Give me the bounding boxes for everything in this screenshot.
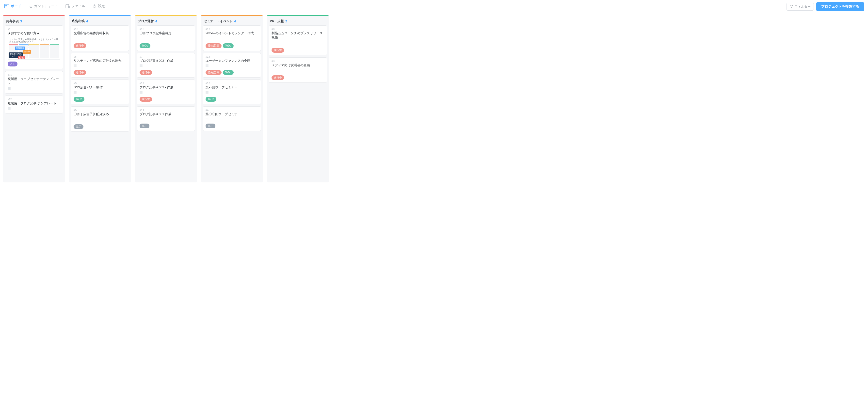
card-title: 複製用｜ウェブセミナーテンプレート bbox=[8, 77, 60, 86]
tab-label: ボード bbox=[11, 4, 21, 8]
svg-rect-6 bbox=[29, 6, 32, 6]
column-header: 共有事項 3 bbox=[5, 18, 63, 25]
task-card[interactable]: #8 製品△△ローンチのプレスリリース執筆 進行中 bbox=[269, 25, 327, 55]
checklist-icon bbox=[140, 64, 143, 67]
filter-icon bbox=[790, 5, 793, 9]
column-count: 2 bbox=[285, 20, 287, 23]
task-card[interactable]: #6 リスティング広告の広告文の制作 進行中 bbox=[71, 53, 129, 78]
column-count: 4 bbox=[234, 20, 236, 23]
card-title: 第xx回ウェブセミナー bbox=[206, 85, 258, 90]
card-labels: 進行中 bbox=[140, 97, 192, 101]
gear-icon bbox=[93, 4, 96, 8]
task-card[interactable]: #16 〇月ブログ記事案確定 ToDo bbox=[137, 25, 195, 51]
checklist-icon bbox=[140, 118, 143, 121]
card-number: #13 bbox=[206, 82, 258, 85]
column-count: 4 bbox=[86, 20, 88, 23]
card-title: 20xx年のイベントカレンダー作成 bbox=[206, 31, 258, 35]
label-done: 完了 bbox=[140, 124, 149, 128]
card-checklist-indicator bbox=[8, 106, 60, 111]
board-icon bbox=[4, 4, 9, 8]
topbar: ボード ガントチャート ファイル 設定 フィルター bbox=[0, 0, 868, 11]
card-preview-image: リストに設定する業務領域の大きさはタスクの量に合わせて調整すること。ラベルで「や… bbox=[8, 37, 60, 60]
files-icon bbox=[65, 4, 70, 8]
card-labels: ToDo bbox=[140, 43, 192, 48]
column-title: 共有事項 bbox=[6, 19, 19, 23]
task-card[interactable]: #11 ブログ記事＃001 作成 完了 bbox=[137, 106, 195, 131]
card-number: #16 bbox=[140, 28, 192, 31]
tab-files[interactable]: ファイル bbox=[65, 2, 86, 11]
checklist-icon bbox=[206, 118, 209, 121]
card-title: 交通広告の媒体資料収集 bbox=[73, 31, 126, 35]
card-checklist-indicator bbox=[140, 64, 192, 68]
card-number: #4 bbox=[206, 108, 258, 111]
tab-label: ファイル bbox=[71, 4, 85, 8]
task-card[interactable]: #13 第xx回ウェブセミナー ToDo bbox=[203, 79, 261, 104]
tab-board[interactable]: ボード bbox=[4, 2, 22, 11]
task-card[interactable]: #9 SNS広告バナー制作 ToDo bbox=[71, 79, 129, 104]
checklist-icon bbox=[73, 91, 77, 94]
label-in_progress: 進行中 bbox=[140, 97, 152, 101]
label-todo: ToDo bbox=[223, 43, 234, 48]
task-card[interactable]: #1 ★おすすめな使い方★ リストに設定する業務領域の大きさはタスクの量に合わせ… bbox=[5, 25, 63, 69]
card-title: ユーザーカンファレンスの企画 bbox=[206, 59, 258, 63]
card-title: ブログ記事＃002 - 作成 bbox=[140, 85, 192, 90]
card-labels: 進行中 bbox=[73, 43, 126, 48]
label-todo: ToDo bbox=[140, 43, 150, 48]
card-title: 第〇〇回ウェブセミナー bbox=[206, 112, 258, 117]
label-todo: ToDo bbox=[206, 97, 216, 101]
column-title: セミナー・イベント bbox=[204, 19, 232, 23]
label-in_progress: 進行中 bbox=[272, 75, 284, 80]
gantt-icon bbox=[29, 4, 32, 8]
label-todo: ToDo bbox=[223, 70, 234, 75]
column-count: 3 bbox=[20, 20, 22, 23]
board-column: 広告出稿 4 #18 交通広告の媒体資料収集 進行中 #6 リスティング広告の広… bbox=[69, 15, 131, 183]
card-number: #1 bbox=[8, 28, 60, 31]
label-in_progress: 進行中 bbox=[73, 43, 86, 48]
label-priority_high: 優先度:高 bbox=[206, 43, 222, 48]
card-number: #7 bbox=[140, 55, 192, 58]
task-card[interactable]: #14 ユーザーカンファレンスの企画 優先度:高ToDo bbox=[203, 53, 261, 78]
svg-rect-5 bbox=[29, 5, 31, 5]
checklist-icon bbox=[206, 91, 209, 94]
task-card[interactable]: #4 第〇〇回ウェブセミナー 完了 bbox=[203, 106, 261, 131]
filter-button[interactable]: フィルター bbox=[786, 3, 814, 10]
checklist-icon bbox=[8, 87, 11, 90]
tab-gantt[interactable]: ガントチャート bbox=[28, 2, 59, 11]
svg-rect-7 bbox=[30, 7, 32, 8]
tab-label: 設定 bbox=[98, 4, 105, 8]
tab-label: ガントチャート bbox=[34, 4, 58, 8]
card-title: SNS広告バナー制作 bbox=[73, 85, 126, 90]
clone-project-button[interactable]: プロジェクトを複製する bbox=[816, 2, 864, 11]
task-card[interactable]: #3 メディア向け説明会の企画 進行中 bbox=[269, 57, 327, 83]
card-labels: ToDo bbox=[206, 97, 258, 101]
task-card[interactable]: #7 ブログ記事＃003 - 作成 進行中 bbox=[137, 53, 195, 78]
column-title: PR・広報 bbox=[270, 19, 284, 23]
board-column: セミナー・イベント 4 #17 20xx年のイベントカレンダー作成 優先度:高T… bbox=[201, 15, 263, 183]
card-labels: 優先度:高ToDo bbox=[206, 43, 258, 48]
task-card[interactable]: #5 〇月｜広告予算配分決め 完了 bbox=[71, 106, 129, 132]
card-title: ブログ記事＃001 作成 bbox=[140, 112, 192, 117]
label-in_progress: 進行中 bbox=[140, 70, 152, 75]
board-column: PR・広報 2 #8 製品△△ローンチのプレスリリース執筆 進行中 #3 メディ… bbox=[267, 15, 329, 183]
svg-point-4 bbox=[8, 5, 8, 6]
card-labels: 完了 bbox=[73, 124, 126, 129]
task-card[interactable]: #20 複製用：ブログ記事 テンプレート bbox=[5, 96, 63, 114]
card-title: 複製用：ブログ記事 テンプレート bbox=[8, 101, 60, 106]
task-card[interactable]: #19 複製用｜ウェブセミナーテンプレート bbox=[5, 71, 63, 94]
column-header: ブログ運営 4 bbox=[137, 18, 195, 25]
card-checklist-indicator bbox=[140, 118, 192, 122]
label-done: 完了 bbox=[73, 124, 84, 129]
task-card[interactable]: #12 ブログ記事＃002 - 作成 進行中 bbox=[137, 79, 195, 104]
card-number: #9 bbox=[73, 82, 126, 85]
card-number: #5 bbox=[73, 108, 126, 111]
card-number: #6 bbox=[73, 55, 126, 58]
card-checklist-indicator bbox=[206, 64, 258, 68]
card-labels: 完了 bbox=[140, 124, 192, 128]
topbar-actions: フィルター プロジェクトを複製する bbox=[786, 2, 864, 11]
card-title: 〇月｜広告予算配分決め bbox=[73, 112, 126, 117]
label-in_progress: 進行中 bbox=[73, 70, 86, 75]
task-card[interactable]: #18 交通広告の媒体資料収集 進行中 bbox=[71, 25, 129, 51]
tab-settings[interactable]: 設定 bbox=[92, 2, 105, 11]
card-title: メディア向け説明会の企画 bbox=[272, 63, 324, 67]
task-card[interactable]: #17 20xx年のイベントカレンダー作成 優先度:高ToDo bbox=[203, 25, 261, 51]
